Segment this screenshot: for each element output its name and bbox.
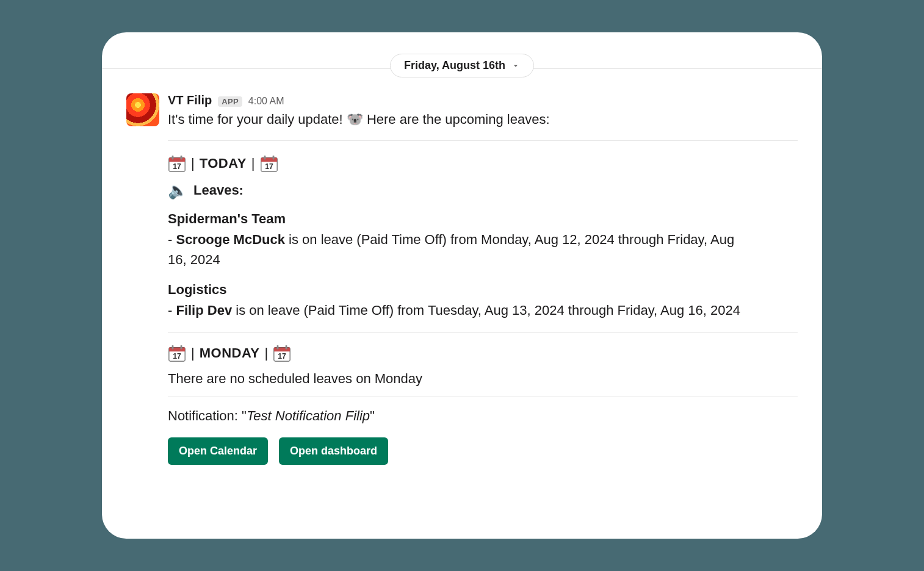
svg-rect-11 [169,348,185,352]
notification-suffix: " [370,408,375,423]
timestamp: 4:00 AM [248,96,284,107]
divider [168,397,798,397]
leave-entry: - Filip Dev is on leave (Paid Time Off) … [168,300,754,320]
svg-text:17: 17 [173,352,181,361]
svg-rect-1 [169,158,185,162]
button-row: Open Calendar Open dashboard [168,437,798,465]
app-badge: APP [218,96,242,107]
pipe: | [264,345,268,361]
chevron-down-icon [511,62,520,70]
leave-person: Filip Dev [176,303,232,318]
monday-empty: There are no scheduled leaves on Monday [168,371,798,387]
svg-rect-17 [277,345,279,350]
message-header: VT Filip APP 4:00 AM [168,93,798,107]
notification-prefix: Notification: " [168,408,247,423]
open-dashboard-button[interactable]: Open dashboard [279,437,388,465]
leave-person: Scrooge McDuck [176,232,285,247]
calendar-icon: 17 [273,344,291,362]
monday-label: MONDAY [200,345,260,361]
leaves-label: Leaves: [193,182,244,198]
svg-rect-2 [172,156,174,160]
divider [168,332,798,333]
svg-rect-8 [272,156,274,160]
svg-rect-7 [264,156,265,160]
svg-rect-6 [261,158,276,162]
notification-name: Test Notification Filip [247,408,370,423]
pipe: | [191,156,195,171]
leave-prefix: - [168,232,176,247]
svg-text:17: 17 [173,162,181,171]
team-name: Logistics [168,282,798,298]
message-content: VT Filip APP 4:00 AM It's time for your … [126,93,798,526]
pipe: | [251,156,255,171]
svg-rect-16 [274,348,290,352]
divider [168,140,798,141]
intro-prefix: It's time for your daily update! [168,112,347,127]
date-divider-label: Friday, August 16th [404,59,505,72]
today-heading: 17 | TODAY | 17 [168,154,798,173]
leave-rest: is on leave (Paid Time Off) from Tuesday… [232,303,740,318]
svg-rect-13 [181,345,182,350]
intro-suffix: Here are the upcoming leaves: [363,112,550,127]
loudspeaker-icon: 🔈 [168,181,187,200]
svg-rect-12 [172,345,174,350]
leave-prefix: - [168,303,176,318]
svg-text:17: 17 [278,352,286,361]
leaves-subhead: 🔈 Leaves: [168,181,798,200]
team-name: Spiderman's Team [168,211,798,227]
today-label: TODAY [200,156,247,171]
avatar[interactable] [126,93,159,126]
date-divider-pill[interactable]: Friday, August 16th [390,54,534,77]
svg-rect-18 [286,345,287,350]
leave-entry: - Scrooge McDuck is on leave (Paid Time … [168,229,754,270]
open-calendar-button[interactable]: Open Calendar [168,437,268,465]
svg-text:17: 17 [265,162,273,171]
svg-rect-3 [181,156,182,160]
message-card: Friday, August 16th VT Filip APP 4:00 AM… [102,32,822,539]
calendar-icon: 17 [168,154,186,173]
koala-icon: 🐨 [347,112,363,127]
calendar-icon: 17 [260,154,278,173]
notification-line: Notification: "Test Notification Filip" [168,408,798,424]
monday-heading: 17 | MONDAY | 17 [168,344,798,362]
sender-name[interactable]: VT Filip [168,93,212,107]
calendar-icon: 17 [168,344,186,362]
intro-line: It's time for your daily update! 🐨 Here … [168,110,798,129]
pipe: | [191,345,195,361]
